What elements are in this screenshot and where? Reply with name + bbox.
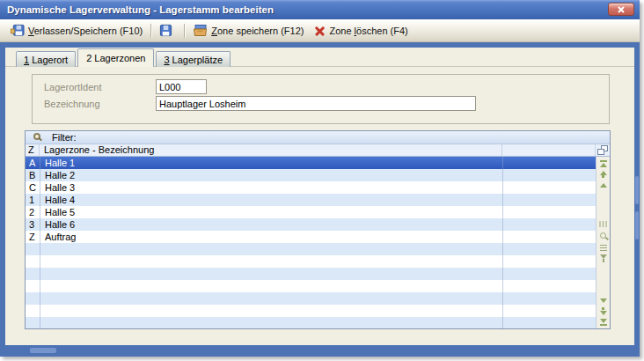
table-row[interactable]: BHalle 2	[26, 169, 596, 181]
page-up-icon	[602, 175, 604, 178]
table-row[interactable]: 2Halle 5	[26, 206, 596, 218]
filter-label: Filter:	[52, 132, 77, 143]
delete-zone-button[interactable]: Zone löschen (F4)	[309, 24, 413, 39]
close-button[interactable]	[608, 3, 634, 16]
fit-columns-button[interactable]	[596, 219, 610, 229]
empty-row	[26, 280, 596, 292]
summary-icon	[600, 247, 607, 249]
button-label: Zone löschen (F4)	[329, 26, 407, 36]
row-name-cell: Auftrag	[40, 232, 76, 242]
window-titlebar[interactable]: Dynamische Lagerverwaltung - Lagerstamm …	[0, 0, 640, 19]
empty-row	[26, 317, 596, 328]
column-divider	[40, 157, 40, 328]
screen: Dynamische Lagerverwaltung - Lagerstamm …	[0, 0, 644, 361]
row-name-cell: Halle 2	[40, 170, 75, 180]
toolbar-separator	[184, 24, 185, 38]
last-row-icon	[600, 319, 607, 323]
lagerortident-field[interactable]	[156, 79, 207, 94]
row-name-cell: Halle 4	[40, 195, 75, 205]
column-chooser-icon[interactable]	[597, 145, 608, 155]
save-zone-icon	[193, 24, 208, 39]
header-zone[interactable]: Z	[26, 144, 40, 156]
grid-header: Z Lagerzone - Bezeichnung	[26, 144, 610, 157]
header-icon-cell	[596, 144, 610, 156]
prev-row-button[interactable]	[596, 180, 610, 190]
tab-lagerort[interactable]: 1 Lagerort	[16, 51, 76, 67]
window-title: Dynamische Lagerverwaltung - Lagerstamm …	[7, 4, 274, 15]
window-edge-grip[interactable]	[635, 211, 639, 239]
empty-row	[26, 268, 596, 280]
button-label: Verlassen/Speichern (F10)	[28, 26, 143, 36]
row-zone-cell: Z	[26, 232, 40, 242]
row-zone-cell: B	[26, 170, 40, 180]
filter-bar[interactable]: Filter:	[26, 131, 610, 144]
empty-row	[26, 243, 596, 255]
save-zone-button[interactable]: Zone speichern (F12)	[187, 22, 309, 41]
bezeichnung-field[interactable]	[156, 96, 476, 111]
search-button[interactable]	[596, 231, 610, 240]
window-edge-grip[interactable]	[635, 176, 639, 204]
button-label: Zone speichern (F12)	[211, 26, 304, 36]
search-icon	[600, 232, 606, 239]
last-row-icon	[600, 324, 607, 326]
delete-x-icon	[314, 26, 326, 37]
first-row-icon	[600, 160, 607, 162]
first-row-button[interactable]	[596, 158, 610, 168]
row-zone-cell: A	[26, 158, 40, 168]
row-zone-cell: 2	[26, 207, 40, 217]
fit-columns-icon	[603, 221, 604, 227]
table-row[interactable]: CHalle 3	[26, 181, 596, 194]
empty-row	[26, 292, 596, 305]
filter-funnel-button[interactable]	[596, 254, 610, 263]
row-zone-cell: 3	[26, 219, 40, 230]
lagerortident-label: LagerortIdent	[44, 82, 101, 92]
first-row-icon	[600, 163, 607, 167]
column-divider	[502, 157, 503, 328]
row-name-cell: Halle 1	[40, 158, 75, 168]
lagerzonen-grid: Filter: Z Lagerzone - Bezeichnung AHalle…	[25, 130, 611, 329]
page-up-button[interactable]	[596, 169, 610, 179]
table-row[interactable]: 3Halle 6	[26, 218, 596, 231]
tab-lagerzonen[interactable]: 2 Lagerzonen	[77, 48, 154, 67]
bezeichnung-label: Bezeichnung	[44, 99, 100, 109]
row-name-cell: Halle 6	[40, 219, 75, 230]
tab-bar: 1 Lagerort 2 Lagerzonen 3 Lagerplätze	[16, 48, 232, 67]
row-name-cell: Halle 3	[40, 182, 75, 193]
content-panel: 1 Lagerort 2 Lagerzonen 3 Lagerplätze La…	[5, 48, 634, 345]
page-down-button[interactable]	[596, 306, 610, 316]
save-button[interactable]	[154, 22, 181, 41]
prev-row-icon	[600, 183, 607, 188]
header-bezeichnung[interactable]: Lagerzone - Bezeichnung	[40, 144, 502, 156]
app-window: Dynamische Lagerverwaltung - Lagerstamm …	[0, 0, 640, 357]
header-extra[interactable]	[502, 144, 596, 156]
tab-lagerplaetze[interactable]: 3 Lagerplätze	[156, 51, 231, 67]
exit-save-button[interactable]: Verlassen/Speichern (F10)	[5, 22, 148, 41]
table-row[interactable]: AHalle 1	[26, 157, 596, 169]
filter-funnel-icon	[603, 259, 604, 262]
next-row-button[interactable]	[596, 296, 610, 306]
row-zone-cell: 1	[26, 195, 40, 205]
page-down-icon	[602, 307, 604, 310]
last-row-button[interactable]	[596, 317, 610, 327]
lagerort-groupbox: LagerortIdent Bezeichnung	[32, 74, 610, 124]
window-edge-grip[interactable]	[30, 348, 56, 353]
save-exit-icon	[11, 24, 25, 39]
save-icon	[159, 24, 172, 39]
page-down-icon	[600, 311, 607, 315]
toolbar: Verlassen/Speichern (F10)	[0, 19, 640, 42]
summary-button[interactable]	[596, 243, 610, 253]
table-row[interactable]: ZAuftrag	[26, 231, 596, 243]
grid-nav-strip	[596, 157, 610, 328]
magnifier-icon	[33, 133, 40, 140]
row-zone-cell: C	[26, 182, 40, 193]
table-row[interactable]: 1Halle 4	[26, 194, 596, 206]
empty-row	[26, 305, 596, 317]
grid-body: AHalle 1 BHalle 2 CHalle 3 1Halle 4 2Hal…	[26, 157, 596, 328]
row-name-cell: Halle 5	[40, 207, 75, 217]
empty-row	[26, 255, 596, 268]
next-row-icon	[600, 298, 607, 303]
toolbar-separator	[150, 24, 151, 38]
